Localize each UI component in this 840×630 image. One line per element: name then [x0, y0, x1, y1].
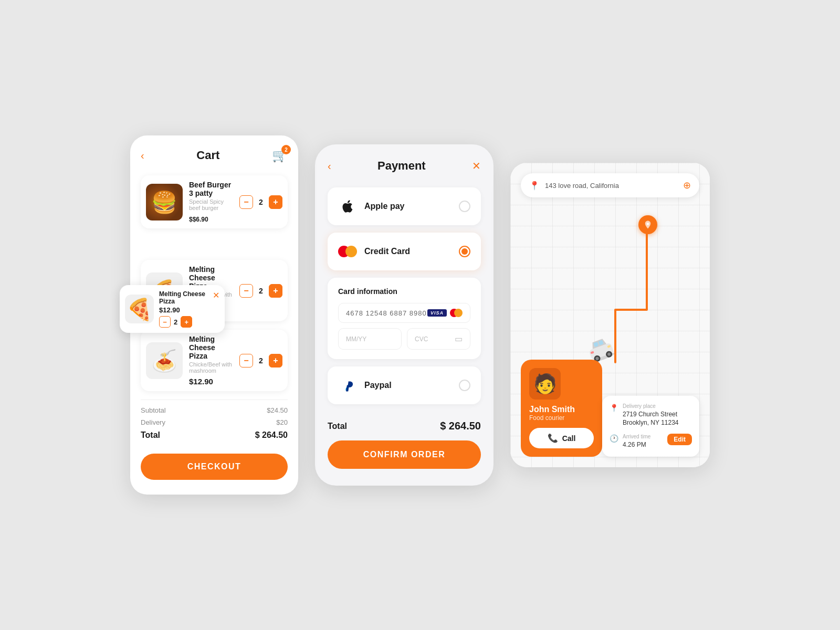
- pasta-qty-plus[interactable]: +: [269, 354, 282, 368]
- pizza-qty-controls: − 2 +: [239, 284, 282, 298]
- pasta-image: [146, 342, 183, 379]
- burger-info: Beef Burger 3 patty Special Spicy beef b…: [189, 181, 233, 223]
- burger-qty-controls: − 2 +: [239, 195, 282, 209]
- confirm-order-button[interactable]: CONFIRM ORDER: [328, 440, 481, 469]
- radio-inner-dot: [461, 248, 468, 255]
- call-button-label: Call: [562, 434, 576, 443]
- cart-icon-wrapper[interactable]: 🛒 2: [272, 148, 288, 163]
- delivery-label: Delivery: [141, 418, 165, 426]
- mastercard-small-icon: [450, 309, 463, 317]
- card-info-title: Card information: [338, 287, 470, 296]
- pasta-name: Melting Cheese Pizza: [189, 335, 233, 360]
- clock-icon: 🕐: [610, 434, 618, 443]
- burger-qty-plus[interactable]: +: [269, 195, 282, 209]
- card-expiry-input[interactable]: MM/YY: [338, 328, 402, 350]
- destination-pin: [638, 215, 657, 234]
- back-button[interactable]: ‹: [141, 150, 144, 162]
- payment-total-label: Total: [328, 422, 347, 431]
- apple-pay-icon: [338, 197, 357, 216]
- payment-back-button[interactable]: ‹: [328, 160, 331, 172]
- pasta-desc: Chicke/Beef with mashroom: [189, 361, 233, 374]
- floating-pizza-info: Melting Cheese Pizza $12.90 − 2 +: [159, 290, 219, 328]
- cart-item-pasta: Melting Cheese Pizza Chicke/Beef with ma…: [141, 330, 288, 391]
- delivery-value: $20: [276, 418, 288, 426]
- apple-pay-radio[interactable]: [459, 201, 470, 212]
- checkout-button[interactable]: CHECKOUT: [141, 454, 288, 480]
- floating-pizza-image: [125, 295, 154, 323]
- target-icon[interactable]: ⊕: [683, 180, 691, 191]
- floating-pizza-qty-num: 2: [174, 318, 177, 326]
- delivery-place-label: Delivery place: [623, 403, 679, 409]
- total-value: $ 264.50: [255, 430, 288, 440]
- floating-pizza-item: Melting Cheese Pizza $12.90 − 2 + ✕: [120, 285, 225, 333]
- floating-pizza-price: $12.90: [159, 306, 219, 314]
- paypal-left: Paypal: [338, 376, 392, 395]
- edit-button[interactable]: Edit: [667, 434, 692, 445]
- apple-pay-option[interactable]: Apple pay: [328, 187, 481, 225]
- card-icons: VISA: [427, 309, 463, 317]
- delivery-row: Delivery $20: [141, 418, 288, 426]
- arrived-time-label: Arrived time: [623, 434, 650, 439]
- card-number-row[interactable]: 4678 12548 6887 8980 VISA: [338, 303, 470, 323]
- pizza-qty-plus[interactable]: +: [269, 284, 282, 298]
- cart-title: Cart: [196, 149, 219, 162]
- card-number-text: 4678 12548 6887 8980: [346, 309, 427, 317]
- arrived-time-row: 🕐 Arrived time 4.26 PM Edit: [610, 434, 692, 449]
- courier-role: Food courier: [529, 414, 594, 422]
- delivery-place-row: 📍 Delivery place 2719 Church StreetBrook…: [610, 403, 692, 428]
- floating-pizza-qty: − 2 +: [159, 316, 219, 328]
- burger-qty-minus[interactable]: −: [239, 195, 253, 209]
- burger-name: Beef Burger 3 patty: [189, 181, 233, 197]
- cart-item-burger: Beef Burger 3 patty Special Spicy beef b…: [141, 175, 288, 228]
- burger-desc: Special Spicy beef burger: [189, 198, 233, 211]
- expiry-placeholder: MM/YY: [346, 335, 366, 343]
- map-area: 📍 143 love road, California ⊕: [510, 163, 710, 467]
- card-info-section: Card information 4678 12548 6887 8980 VI…: [328, 278, 481, 359]
- pasta-qty-num: 2: [257, 356, 265, 365]
- visa-badge: VISA: [427, 309, 447, 317]
- cvc-card-icon: ▭: [455, 334, 463, 344]
- burger-qty-num: 2: [257, 198, 265, 206]
- subtotal-value: $24.50: [267, 406, 288, 414]
- subtotal-row: Subtotal $24.50: [141, 406, 288, 414]
- cart-totals: Subtotal $24.50 Delivery $20 Total $ 264…: [141, 400, 288, 440]
- floating-pizza-minus[interactable]: −: [159, 316, 171, 328]
- tracking-screen: 📍 143 love road, California ⊕: [510, 163, 710, 467]
- phone-icon: 📞: [548, 433, 558, 443]
- apple-pay-left: Apple pay: [338, 197, 404, 216]
- pizza-qty-minus[interactable]: −: [239, 284, 253, 298]
- delivery-place-icon: 📍: [610, 404, 618, 412]
- credit-card-radio[interactable]: [459, 246, 470, 257]
- cart-header: ‹ Cart 🛒 2: [141, 148, 288, 163]
- pasta-info: Melting Cheese Pizza Chicke/Beef with ma…: [189, 335, 233, 386]
- credit-card-option[interactable]: Credit Card: [328, 233, 481, 270]
- credit-card-left: Credit Card: [338, 242, 410, 261]
- pizza-qty-num: 2: [257, 287, 265, 295]
- floating-pizza-name: Melting Cheese Pizza: [159, 290, 219, 305]
- payment-total-row: Total $ 264.50: [328, 412, 481, 436]
- courier-avatar: 🧑: [529, 368, 561, 400]
- delivery-info-panel: 📍 Delivery place 2719 Church StreetBrook…: [602, 396, 699, 457]
- arrived-time: 4.26 PM: [623, 440, 650, 449]
- subtotal-label: Subtotal: [141, 406, 166, 414]
- payment-close-button[interactable]: ✕: [472, 160, 481, 172]
- burger-price: $$6.90: [189, 214, 233, 223]
- paypal-option[interactable]: Paypal: [328, 366, 481, 404]
- call-button[interactable]: 📞 Call: [529, 428, 594, 448]
- cart-screen: ‹ Cart 🛒 2 Beef Burger 3 patty Special S…: [130, 135, 298, 495]
- card-cvc-input[interactable]: CVC ▭: [407, 328, 470, 350]
- grand-total-row: Total $ 264.50: [141, 430, 288, 440]
- floating-pizza-delete[interactable]: ✕: [213, 290, 219, 300]
- floating-pizza-plus[interactable]: +: [181, 316, 192, 328]
- courier-name: John Smith: [529, 405, 594, 414]
- payment-title: Payment: [377, 159, 426, 173]
- map-search-bar[interactable]: 📍 143 love road, California ⊕: [521, 173, 699, 197]
- paypal-radio[interactable]: [459, 380, 470, 391]
- credit-card-icon: [338, 242, 357, 261]
- card-bottom-row: MM/YY CVC ▭: [338, 328, 470, 350]
- pasta-qty-minus[interactable]: −: [239, 354, 253, 368]
- payment-screen: ‹ Payment ✕ Apple pay: [315, 144, 494, 486]
- cvc-placeholder: CVC: [415, 335, 428, 343]
- burger-image: [146, 184, 183, 220]
- payment-header: ‹ Payment ✕: [328, 159, 481, 173]
